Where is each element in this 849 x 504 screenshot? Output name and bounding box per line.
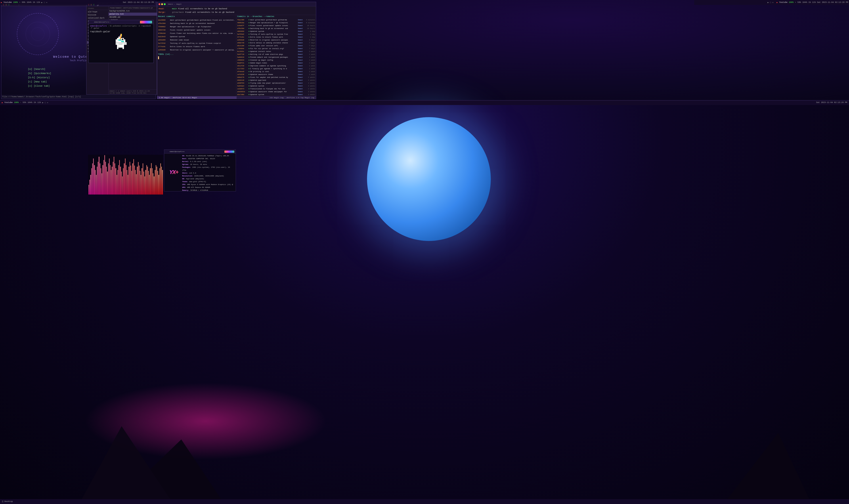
magit-log-row-18: df4eee8 ● 3d printing is cool Emmet 1 we…	[237, 70, 315, 73]
bottom-taskbar-controls[interactable]: ▶ □ ✕	[42, 102, 48, 104]
viz-bar-57	[142, 168, 142, 195]
nf-uptime-row: Uptime: 19 hours, 35 mins	[182, 163, 234, 166]
viz-bar-11	[98, 157, 99, 195]
nf-shell-row: Shell: zsh 5.9	[182, 172, 234, 175]
nf-kernel-row: Kernel: 6.1.59-zen1 (zen)	[182, 160, 234, 163]
viz-bar-3	[91, 168, 92, 195]
nf-packages-row: Packages: 1365 (nix-system), 2702 (nix-u…	[182, 166, 234, 172]
taskbar-time-tag-right: 11%	[812, 1, 816, 3]
viz-bar-35	[121, 172, 122, 195]
viz-bar-36	[122, 176, 123, 195]
emacs-min-dot[interactable]	[161, 3, 163, 5]
neofetch-titlebar: emmet@snowfire	[164, 150, 236, 154]
monitor-divider-line	[0, 100, 849, 101]
qb-menu-item-history[interactable]: [S-h] [History]	[28, 76, 51, 80]
taskbar-app-label-left[interactable]: Youtube	[3, 1, 12, 3]
magit-modeline-left: 1.8k magit: .dotfiles 32:0 All Magit	[157, 96, 237, 99]
taskbar-top-right: ▶ □ ✕ ▶ Youtube 100% ▪ 59% 104% 1% 11% S…	[694, 0, 849, 5]
emacs-close-dot[interactable]	[159, 3, 160, 5]
viz-bar-74	[158, 171, 158, 195]
emacs-title-label: emacs — magit	[168, 3, 182, 5]
svg-rect-13	[120, 34, 122, 37]
viz-bar-56	[141, 175, 141, 195]
viz-bar-76	[159, 168, 160, 195]
viz-bar-50	[135, 170, 136, 195]
fm-file-polarity[interactable]: polarity.txt	[109, 13, 157, 16]
magit-log-row-25: a4e5653c ● Updated uwunicorn theme wallp…	[237, 90, 315, 93]
magit-log-heading: Commits in --branches --remotes	[237, 16, 315, 18]
magit-log-row-22: a560f93 ● Trying some new power optimiza…	[237, 82, 315, 85]
emacs-max-dot[interactable]	[164, 3, 166, 5]
taskbar-cpu-right: 59%	[797, 1, 801, 3]
viz-bar-70	[153, 176, 154, 195]
magit-log-row-2: 2c6e87f ● Fixes recent qutebrowser updat…	[237, 24, 315, 27]
rapidash-color-bar	[140, 21, 152, 23]
viz-bar-13	[101, 168, 101, 195]
qb-diagram-inner	[31, 28, 44, 41]
viz-bar-32	[118, 165, 119, 195]
taskbar-app-icon-right: ▶	[776, 1, 778, 4]
magit-log-row-23: 5a94da4 ● Updated system Emmet 2 weeks	[237, 85, 315, 87]
fm-sidebar-item-sel-dark1[interactable]: selenized-dark	[87, 17, 108, 20]
fm-file-bg256[interactable]: background256.txt	[109, 10, 157, 13]
audio-visualizer-container	[88, 155, 163, 195]
emacs-titlebar: emacs — magit	[157, 2, 316, 6]
taskbar-icons-right[interactable]: ▶ □ ✕	[767, 1, 773, 4]
viz-bar-61	[145, 170, 146, 195]
taskbar-battery-left: 100%	[13, 1, 18, 3]
viz-bar-45	[130, 166, 131, 195]
bottom-taskbar-cpu: 55%	[22, 102, 26, 104]
fm-sidebar-header: themes	[87, 7, 108, 10]
taskbar-icons-left[interactable]: ▶ □ ✕	[41, 1, 47, 4]
viz-bar-8	[96, 175, 97, 195]
emacs-header: Head: main Fixed all screenshots to be o…	[157, 6, 316, 15]
taskbar-app-label-right[interactable]: Youtube	[779, 1, 788, 3]
viz-bar-18	[105, 162, 106, 195]
viz-bar-62	[146, 165, 147, 195]
magit-log-row-7: a2658d8 ● Reverted to original uwunicorn…	[237, 38, 315, 41]
bottom-moon	[367, 117, 491, 241]
viz-bar-27	[114, 157, 114, 195]
viz-bar-64	[148, 171, 149, 195]
viz-bar-69	[153, 173, 153, 195]
viz-bar-66	[150, 168, 150, 195]
emacs-magit-window: emacs — magit Head: main Fixed all scree…	[157, 2, 316, 99]
viz-bar-25	[112, 167, 112, 195]
bottom-taskbar-net: 1%	[34, 102, 36, 104]
fm-sidebar-item-ald-hope[interactable]: ald-hope	[87, 11, 108, 14]
magit-log-row-11: 0c1553c ● Updated install notes Emmet 1 …	[237, 50, 315, 53]
emacs-content: Head: main Fixed all screenshots to be o…	[157, 6, 316, 99]
qb-menu-item-newtab[interactable]: [t] [New tab]	[28, 80, 51, 84]
bottom-taskbar-datetime: Sat 2023-11-04 02:13:20 PM	[816, 102, 847, 104]
qb-menu-item-search[interactable]: [o] [Search]	[28, 67, 51, 71]
qb-statusbar: file:///home/emmet/.browser/Tech/config/…	[1, 95, 156, 99]
viz-bar-0	[88, 185, 89, 195]
viz-bar-67	[151, 163, 152, 195]
qb-menu-item-quickmarks[interactable]: [b] [Quickmarks]	[28, 71, 51, 76]
viz-bar-17	[104, 155, 105, 195]
nf-host-row: Host: ASUSTEK COMPUTER INC. G512V	[182, 157, 234, 160]
viz-bar-5	[93, 159, 94, 195]
nf-res-row: Resolution: 1920x1080, 1920x1080 (Waylan…	[182, 175, 234, 178]
nf-memory-row: Memory: 7878MiB / 47316MiB	[182, 189, 234, 191]
fm-sidebar-item-blossom[interactable]: blossom	[87, 14, 108, 17]
neofetch-window: emmet@snowfire YX+ OS: NixOS 23.11.20231…	[164, 149, 236, 192]
viz-bar-60	[144, 176, 145, 195]
bottom-taskbar-app[interactable]: Youtube	[4, 102, 13, 104]
nf-cpu-row: CPU: AMD Ryzen 9 5900HX with Radeon Grap…	[182, 183, 234, 186]
viz-bar-65	[149, 175, 150, 195]
viz-bar-4	[92, 163, 93, 195]
viz-bar-34	[120, 167, 121, 195]
svg-rect-4	[120, 37, 121, 40]
taskbar-indicator-r1: ▪	[795, 1, 796, 3]
viz-bar-30	[116, 175, 117, 195]
qb-menu-item-closetab[interactable]: [x] [Close tab]	[28, 84, 51, 88]
magit-commit-7: 5a73fd2 Testing if auto-cpufreq is syste…	[158, 41, 235, 45]
nf-theme-row: Theme: adw-gtk3 [GTK2/3]	[182, 180, 234, 183]
magit-log-row-4: 4955656 ● Updated system Emmet 1 day	[237, 30, 315, 33]
magit-log-row-20: b00d278 ● Fixes for waybar and patched c…	[237, 76, 315, 79]
fm-file-readme[interactable]: README.md	[109, 16, 157, 19]
global-bottom-taskbar: ☰ Desktop	[0, 499, 849, 504]
magit-cursor[interactable]: ▋	[158, 56, 235, 59]
viz-bar-44	[130, 162, 130, 195]
